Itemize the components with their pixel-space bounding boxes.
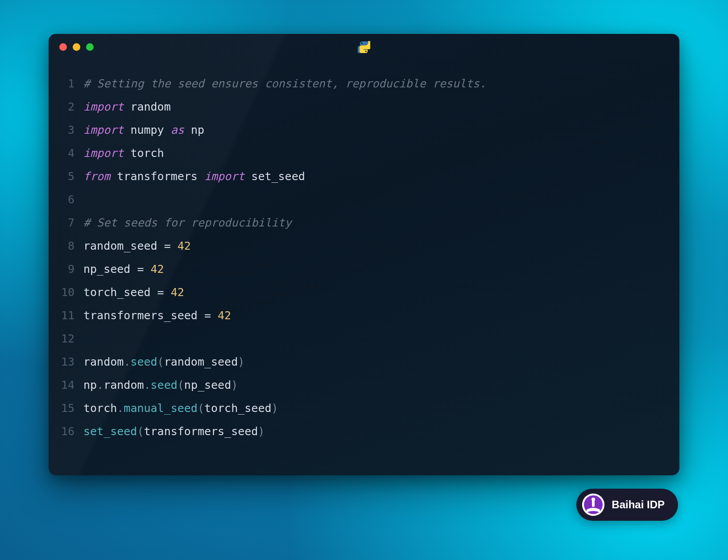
code-content: random.seed(random_seed) <box>83 350 244 374</box>
minimize-button[interactable] <box>73 43 80 51</box>
code-content: from transformers import set_seed <box>83 165 305 188</box>
code-line: 3import numpy as np <box>59 119 669 142</box>
code-line: 16set_seed(transformers_seed) <box>59 420 669 443</box>
code-content: random_seed = 42 <box>83 235 191 258</box>
code-content <box>83 327 90 350</box>
code-line: 6 <box>59 188 669 211</box>
code-content: import numpy as np <box>83 119 204 142</box>
line-number: 12 <box>59 327 83 350</box>
code-line: 1# Setting the seed ensures consistent, … <box>59 72 669 95</box>
code-line: 7# Set seeds for reproducibility <box>59 211 669 235</box>
close-button[interactable] <box>59 43 67 51</box>
python-icon <box>358 41 370 53</box>
code-line: 15torch.manual_seed(torch_seed) <box>59 397 669 420</box>
line-number: 15 <box>59 397 83 420</box>
maximize-button[interactable] <box>86 43 94 51</box>
code-line: 13random.seed(random_seed) <box>59 350 669 374</box>
code-line: 5from transformers import set_seed <box>59 165 669 188</box>
code-content: np_seed = 42 <box>83 258 164 281</box>
code-area[interactable]: 1# Setting the seed ensures consistent, … <box>49 60 679 454</box>
line-number: 3 <box>59 119 83 142</box>
code-content: import random <box>83 95 171 119</box>
title-bar <box>49 34 679 60</box>
code-content: transformers_seed = 42 <box>83 304 231 327</box>
code-content: # Set seeds for reproducibility <box>83 211 292 235</box>
code-line: 14np.random.seed(np_seed) <box>59 374 669 397</box>
code-line: 9np_seed = 42 <box>59 258 669 281</box>
code-content: torch.manual_seed(torch_seed) <box>83 397 278 420</box>
line-number: 14 <box>59 374 83 397</box>
line-number: 10 <box>59 281 83 304</box>
line-number: 2 <box>59 95 83 119</box>
code-line: 11transformers_seed = 42 <box>59 304 669 327</box>
line-number: 7 <box>59 211 83 235</box>
brand-badge-label: Baihai IDP <box>612 498 665 511</box>
svg-point-3 <box>592 498 595 501</box>
line-number: 4 <box>59 142 83 165</box>
line-number: 5 <box>59 165 83 188</box>
code-content: import torch <box>83 142 164 165</box>
line-number: 9 <box>59 258 83 281</box>
line-number: 16 <box>59 420 83 443</box>
line-number: 1 <box>59 72 83 95</box>
code-line: 4import torch <box>59 142 669 165</box>
traffic-lights <box>59 43 94 51</box>
code-line: 8random_seed = 42 <box>59 235 669 258</box>
line-number: 13 <box>59 350 83 374</box>
code-editor-window: 1# Setting the seed ensures consistent, … <box>49 34 679 475</box>
code-content: torch_seed = 42 <box>83 281 184 304</box>
line-number: 8 <box>59 235 83 258</box>
line-number: 11 <box>59 304 83 327</box>
code-content <box>83 188 90 211</box>
code-content: # Setting the seed ensures consistent, r… <box>83 72 486 95</box>
brand-logo-icon <box>582 494 604 516</box>
brand-badge: Baihai IDP <box>576 489 678 521</box>
code-line: 12 <box>59 327 669 350</box>
code-line: 10torch_seed = 42 <box>59 281 669 304</box>
code-content: np.random.seed(np_seed) <box>83 374 238 397</box>
line-number: 6 <box>59 188 83 211</box>
code-line: 2import random <box>59 95 669 119</box>
code-content: set_seed(transformers_seed) <box>83 420 265 443</box>
